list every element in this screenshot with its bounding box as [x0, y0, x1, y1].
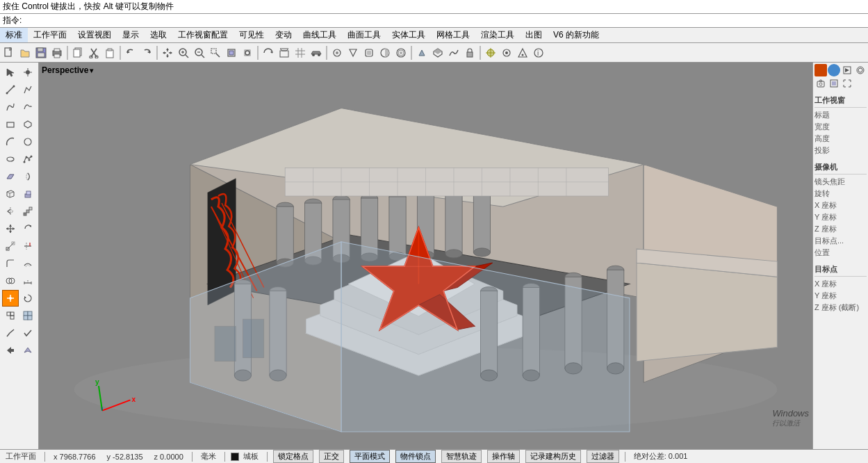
left-tool-curve[interactable]: [2, 99, 19, 115]
tools-button1[interactable]: [329, 45, 345, 60]
left-tool-box[interactable]: [2, 186, 19, 202]
command-bar[interactable]: 指令:: [0, 14, 868, 28]
left-tool-check[interactable]: [19, 325, 36, 341]
snap-button2[interactable]: [499, 45, 514, 60]
left-tool-freeform[interactable]: [19, 99, 36, 115]
shading-button3[interactable]: [446, 45, 461, 60]
left-tool-move[interactable]: [2, 220, 19, 237]
menu-item-visibility[interactable]: 可见性: [234, 28, 270, 42]
zoom-window-button[interactable]: [208, 45, 223, 60]
left-tool-offset[interactable]: [19, 255, 36, 272]
right-icon-display[interactable]: [841, 64, 853, 76]
menu-item-display[interactable]: 显示: [117, 28, 145, 42]
lock-button[interactable]: [462, 45, 477, 60]
left-tool-scale[interactable]: [2, 238, 19, 254]
zoom-selected-button[interactable]: [240, 45, 255, 60]
status-snap8[interactable]: 过滤器: [587, 450, 619, 463]
left-tool-trim[interactable]: [19, 238, 36, 254]
viewport-3d[interactable]: Perspective ▾: [39, 63, 812, 449]
info-button[interactable]: i: [531, 45, 546, 60]
status-snap3[interactable]: 平面模式: [350, 450, 390, 463]
shading-button1[interactable]: [414, 45, 429, 60]
left-tool-select[interactable]: [2, 64, 19, 81]
status-snap5[interactable]: 智慧轨迹: [441, 450, 482, 463]
status-snap2[interactable]: 正交: [319, 450, 344, 463]
zoom-extents-button[interactable]: [224, 45, 239, 60]
left-tool-polyline[interactable]: [19, 81, 36, 98]
print-button[interactable]: [49, 45, 65, 60]
left-tool-snap-on[interactable]: [2, 325, 19, 341]
left-tool-circle[interactable]: [19, 133, 36, 150]
menu-item-plot[interactable]: 出图: [520, 28, 548, 42]
menu-item-standard[interactable]: 标准: [0, 28, 28, 42]
left-tool-spline[interactable]: [19, 151, 36, 168]
menu-item-v6-new[interactable]: V6 的新功能: [548, 28, 605, 42]
menu-item-render-tools[interactable]: 渲染工具: [475, 28, 520, 42]
left-tool-arrow-left[interactable]: [2, 342, 19, 359]
right-icon-color[interactable]: [814, 64, 827, 76]
command-input[interactable]: [24, 16, 865, 26]
perspective-button[interactable]: [277, 45, 292, 60]
menu-item-surface-tools[interactable]: 曲面工具: [342, 28, 386, 42]
right-icon-camera-snap[interactable]: [814, 77, 827, 90]
status-snap7[interactable]: 记录建构历史: [525, 450, 581, 463]
menu-item-solid-tools[interactable]: 实体工具: [386, 28, 431, 42]
left-tool-surface[interactable]: [2, 168, 19, 185]
snap-button1[interactable]: [483, 45, 498, 60]
zoom-button[interactable]: [176, 45, 191, 60]
left-tool-arc[interactable]: [2, 133, 19, 150]
left-tool-group[interactable]: [2, 307, 19, 324]
tools-button5[interactable]: [393, 45, 409, 60]
menu-item-select[interactable]: 选取: [145, 28, 172, 42]
tools-button2[interactable]: [345, 45, 361, 60]
left-tool-plane[interactable]: [19, 342, 36, 359]
left-tool-fillet[interactable]: [2, 255, 19, 272]
left-tool-history[interactable]: [19, 290, 36, 307]
right-icon-settings[interactable]: [854, 64, 867, 76]
left-tool-dimension[interactable]: [19, 273, 36, 289]
open-button[interactable]: [17, 45, 33, 60]
right-icon-material[interactable]: [828, 64, 840, 76]
undo-button[interactable]: [123, 45, 138, 60]
left-tool-boolean[interactable]: [2, 273, 19, 289]
zoom-out-button[interactable]: [192, 45, 207, 60]
copy-button[interactable]: [70, 45, 85, 60]
status-snap1[interactable]: 锁定格点: [273, 450, 313, 463]
new-button[interactable]: [1, 45, 17, 60]
left-tool-point[interactable]: [19, 64, 36, 81]
save-button[interactable]: [33, 45, 49, 60]
menu-item-workplane[interactable]: 工作平面: [28, 28, 72, 42]
tools-button3[interactable]: [361, 45, 377, 60]
right-icon-fullscreen[interactable]: [841, 77, 853, 90]
grid-button[interactable]: [293, 45, 308, 60]
car-button[interactable]: [309, 45, 324, 60]
left-tool-rotate[interactable]: [19, 220, 36, 237]
left-tool-ellipse[interactable]: [2, 151, 19, 168]
left-tool-polygon[interactable]: [19, 116, 36, 133]
shading-button2[interactable]: [430, 45, 445, 60]
left-tool-revolve[interactable]: [19, 168, 36, 185]
snap-button3[interactable]: [515, 45, 530, 60]
menu-item-mesh-tools[interactable]: 网格工具: [431, 28, 475, 42]
menu-item-curve-tools[interactable]: 曲线工具: [297, 28, 342, 42]
left-tool-mirror[interactable]: [2, 203, 19, 220]
cut-button[interactable]: [86, 45, 101, 60]
left-tool-rect[interactable]: [2, 116, 19, 133]
left-tool-gumball[interactable]: [2, 290, 19, 307]
rotate-view-button[interactable]: [261, 45, 276, 60]
left-tool-named-views[interactable]: [19, 307, 36, 324]
left-tool-extrude[interactable]: [19, 186, 36, 202]
left-tool-array[interactable]: [19, 203, 36, 220]
viewport-dropdown[interactable]: ▾: [90, 67, 93, 74]
redo-button[interactable]: [139, 45, 154, 60]
left-tool-line[interactable]: [2, 81, 19, 98]
tools-button4[interactable]: [377, 45, 393, 60]
paste-button[interactable]: [102, 45, 117, 60]
right-icon-viewport-mode[interactable]: [828, 77, 840, 90]
menu-item-setview[interactable]: 设置视图: [72, 28, 117, 42]
menu-item-viewport-config[interactable]: 工作视窗配置: [172, 28, 234, 42]
menu-item-transform[interactable]: 变动: [270, 28, 297, 42]
status-snap4[interactable]: 物件锁点: [395, 450, 436, 463]
status-snap6[interactable]: 操作轴: [487, 450, 520, 463]
pan-button[interactable]: [160, 45, 175, 60]
